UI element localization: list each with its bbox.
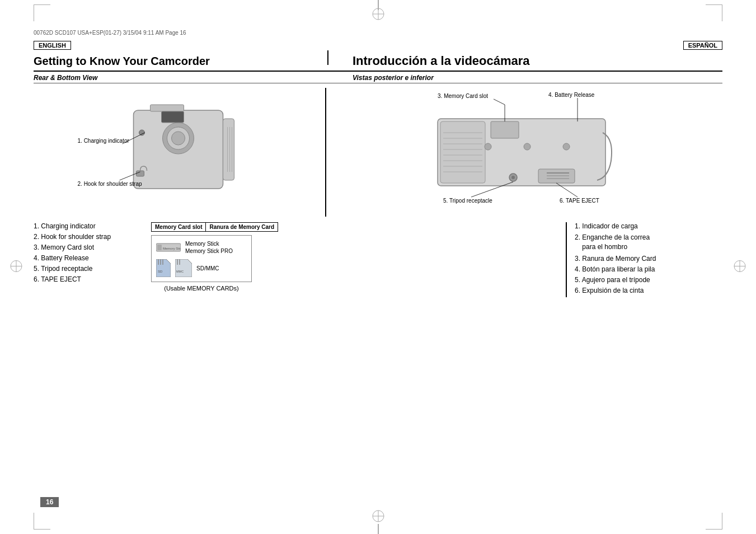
left-reg-mark: [10, 260, 22, 274]
corner-tr-v: [722, 4, 722, 21]
mc-label-es: Ranura de Memory Card: [206, 222, 278, 232]
subtitle-english: Rear & Bottom View: [34, 74, 323, 82]
titles-row: Getting to Know Your Camcorder Introducc…: [34, 50, 722, 72]
mc-name-2: SD/MMC: [196, 265, 219, 271]
list-item-en-3: 3. Memory Card slot: [34, 243, 145, 251]
svg-text:2. Hook for shoulder strap: 2. Hook for shoulder strap: [78, 181, 142, 187]
corner-tl-h: [34, 4, 50, 5]
list-item-es-4: 4. Botón para liberar la pila: [575, 265, 722, 273]
svg-rect-16: [223, 119, 234, 180]
mc-cards-box: Memory Stick Memory StickMemory Stick PR…: [151, 235, 252, 282]
memory-card-section: Memory Card slot Ranura de Memory Card M…: [145, 222, 566, 292]
svg-rect-20: [162, 111, 184, 123]
title-spanish: Introducción a la videocámara: [353, 54, 711, 68]
svg-text:4. Battery Release: 4. Battery Release: [548, 92, 595, 98]
svg-point-15: [172, 132, 185, 145]
svg-point-17: [139, 130, 145, 135]
svg-point-40: [524, 143, 530, 150]
svg-point-43: [511, 176, 515, 179]
mc-usable-label: (Usable MEMORY CARDs): [151, 285, 252, 292]
right-camera-diagram: 3. Memory Card slot 4. Battery Release 5…: [348, 88, 706, 217]
diagrams-row: 1. Charging indicator 2. Hook for should…: [34, 88, 722, 217]
mc-label-en: Memory Card slot: [151, 222, 206, 232]
list-item-es-3: 3. Ranura de Memory Card: [575, 255, 722, 263]
svg-text:MMC: MMC: [176, 270, 184, 273]
list-item-en-6: 6. TAPE EJECT: [34, 275, 145, 283]
sd-card-icon: SD: [156, 259, 171, 277]
corner-br-h: [706, 529, 722, 530]
english-badge: ENGLISH: [34, 41, 71, 49]
bottom-reg-line: [378, 524, 379, 534]
corner-bl-v: [34, 513, 34, 530]
svg-text:6. TAPE EJECT: 6. TAPE EJECT: [560, 198, 599, 204]
title-separator: [327, 50, 348, 65]
list-item-en-4: 4. Battery Release: [34, 254, 145, 262]
svg-text:3. Memory Card slot: 3. Memory Card slot: [438, 93, 488, 99]
right-camera-svg: 3. Memory Card slot 4. Battery Release 5…: [348, 88, 706, 217]
corner-tl-v: [34, 4, 34, 21]
corner-tr-h: [706, 4, 722, 5]
list-item-en-2: 2. Hook for shoulder strap: [34, 233, 145, 241]
page-badge: 16: [40, 498, 59, 506]
list-item-es-6: 6. Expulsión de la cinta: [575, 287, 722, 294]
svg-rect-59: [157, 245, 162, 250]
list-item-en-5: 5. Tripod receptacle: [34, 265, 145, 273]
mc-name-1: Memory StickMemory Stick PRO: [185, 240, 233, 255]
svg-text:5. Tripod receptacle: 5. Tripod receptacle: [443, 198, 492, 204]
top-reg-mark: [372, 8, 384, 22]
svg-text:Memory Stick: Memory Stick: [163, 247, 181, 250]
list-item-en-1: 1. Charging indicator: [34, 222, 145, 230]
subtitles-row: Rear & Bottom View Vistas posterior e in…: [34, 74, 722, 83]
svg-rect-29: [440, 121, 485, 183]
corner-br-v: [722, 513, 722, 530]
list-item-es-2: 2. Enganche de la correa para el hombro: [575, 233, 722, 252]
mc-row-1: Memory Stick Memory StickMemory Stick PR…: [156, 240, 247, 255]
left-camera-svg: 1. Charging indicator 2. Hook for should…: [34, 88, 323, 217]
svg-rect-19: [151, 105, 184, 111]
svg-point-39: [485, 143, 491, 150]
spanish-badge: ESPAÑOL: [683, 41, 722, 49]
svg-text:SD: SD: [158, 270, 163, 273]
mc-row-2: SD MMC SD/MMC: [156, 259, 247, 277]
svg-rect-18: [137, 171, 144, 176]
english-list: 1. Charging indicator 2. Hook for should…: [34, 222, 145, 286]
bottom-reg-mark: [372, 510, 384, 524]
svg-text:1. Charging indicator: 1. Charging indicator: [78, 138, 130, 144]
mc-labels-row: Memory Card slot Ranura de Memory Card: [151, 222, 560, 232]
title-english: Getting to Know Your Camcorder: [34, 55, 323, 68]
corner-bl-h: [34, 529, 50, 530]
bottom-content-row: 1. Charging indicator 2. Hook for should…: [34, 222, 722, 297]
diagram-separator: [325, 88, 346, 217]
svg-rect-38: [491, 121, 519, 138]
svg-line-49: [494, 99, 505, 105]
mmc-card-icon: MMC: [175, 259, 192, 277]
file-info: 00762D SCD107 USA+ESP(01-27) 3/15/04 9:1…: [34, 28, 722, 36]
spanish-list: 1. Indicador de carga 2. Enganche de la …: [566, 222, 722, 297]
svg-point-41: [563, 143, 570, 150]
list-item-es-1: 1. Indicador de carga: [575, 222, 722, 230]
memory-stick-icon: Memory Stick: [156, 242, 181, 252]
lang-badges-row: ENGLISH ESPAÑOL: [34, 41, 722, 49]
list-item-es-5: 5. Agujero para el trípode: [575, 276, 722, 284]
subtitle-spanish: Vistas posterior e inferior: [353, 74, 711, 82]
right-reg-mark: [734, 260, 746, 274]
left-camera-diagram: 1. Charging indicator 2. Hook for should…: [34, 88, 323, 217]
